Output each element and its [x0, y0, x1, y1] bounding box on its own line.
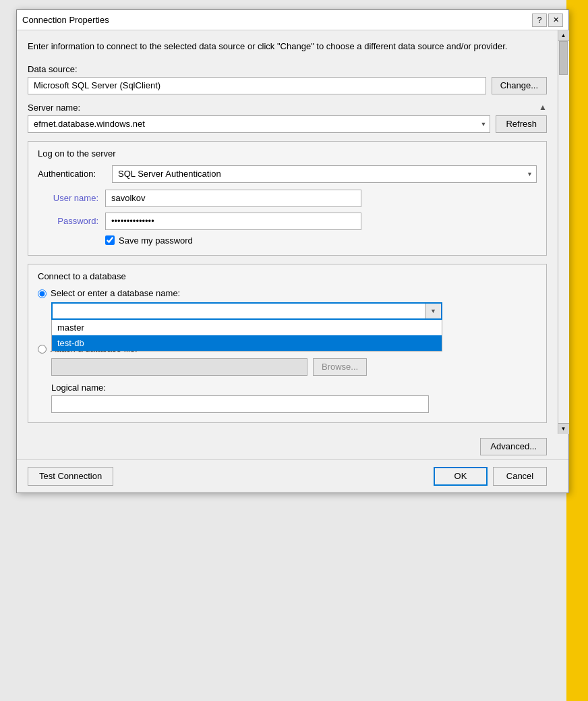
scroll-down-btn[interactable]: ▼ — [558, 423, 569, 434]
test-connection-button[interactable]: Test Connection — [28, 467, 113, 486]
password-label: Password: — [45, 216, 105, 226]
data-source-group: Data source: Change... — [28, 64, 547, 94]
advanced-button[interactable]: Advanced... — [480, 438, 547, 455]
connect-section-title: Connect to a database — [38, 271, 537, 281]
select-db-radio[interactable] — [38, 289, 47, 298]
select-db-label: Select or enter a database name: — [51, 288, 180, 298]
save-password-label: Save my password — [119, 235, 193, 246]
auth-label: Authentication: — [38, 169, 112, 179]
save-password-checkbox[interactable] — [105, 235, 115, 245]
server-name-label: Server name: — [28, 103, 80, 113]
db-option-master[interactable]: master — [52, 320, 442, 335]
username-input[interactable] — [105, 190, 361, 207]
attach-file-input[interactable] — [51, 358, 307, 376]
authentication-select[interactable]: SQL Server Authentication — [112, 165, 537, 183]
browse-button[interactable]: Browse... — [313, 358, 367, 376]
username-label: User name: — [45, 193, 105, 203]
logon-section: Log on to the server Authentication: SQL… — [28, 141, 547, 256]
data-source-label: Data source: — [28, 64, 547, 74]
change-button[interactable]: Change... — [492, 77, 547, 94]
password-input[interactable] — [105, 213, 361, 230]
ok-button[interactable]: OK — [434, 467, 488, 486]
close-button[interactable]: ✕ — [548, 13, 563, 27]
db-dropdown-btn[interactable]: ▼ — [425, 304, 441, 318]
server-name-select[interactable]: efmet.database.windows.net — [28, 115, 490, 133]
collapse-arrow: ▲ — [539, 103, 547, 112]
refresh-button[interactable]: Refresh — [496, 115, 547, 133]
intro-text: Enter information to connect to the sele… — [28, 40, 547, 53]
scrollbar: ▲ ▼ — [558, 30, 568, 434]
connect-section: Connect to a database Select or enter a … — [28, 264, 547, 423]
dialog-title: Connection Properties — [22, 15, 109, 25]
scroll-track — [558, 41, 569, 423]
data-source-input[interactable] — [28, 77, 486, 94]
attach-db-radio[interactable] — [38, 345, 47, 354]
cancel-button[interactable]: Cancel — [493, 467, 547, 486]
scroll-up-btn[interactable]: ▲ — [558, 30, 569, 41]
server-name-group: Server name: ▲ efmet.database.windows.ne… — [28, 103, 547, 133]
db-name-input[interactable] — [53, 304, 425, 318]
db-dropdown-list: master test-db — [51, 320, 442, 352]
logical-name-label: Logical name: — [51, 383, 537, 393]
help-button[interactable]: ? — [532, 13, 547, 27]
db-option-testdb[interactable]: test-db — [52, 335, 442, 351]
logon-section-title: Log on to the server — [38, 148, 537, 159]
db-dropdown-container: ▼ master test-db — [51, 302, 442, 320]
logical-name-input[interactable] — [51, 395, 429, 413]
scroll-thumb[interactable] — [559, 41, 568, 75]
